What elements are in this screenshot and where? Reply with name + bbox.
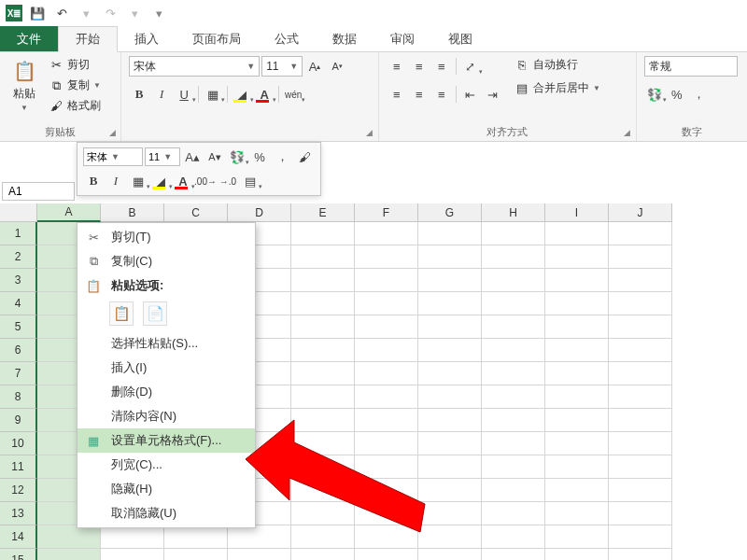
mini-borders[interactable]: ▦▾ — [128, 171, 148, 191]
cell[interactable] — [418, 292, 482, 315]
fill-color-button[interactable]: ◢▾ — [232, 84, 252, 105]
cell[interactable] — [291, 409, 355, 432]
column-header[interactable]: H — [482, 203, 545, 222]
cell[interactable] — [164, 549, 228, 560]
row-header[interactable]: 15 — [0, 549, 37, 560]
context-unhide[interactable]: 取消隐藏(U) — [78, 501, 255, 525]
cell[interactable] — [291, 292, 355, 315]
cut-button[interactable]: ✂剪切 — [47, 56, 103, 74]
cell[interactable] — [609, 269, 672, 292]
mini-accounting[interactable]: 💱▾ — [227, 147, 247, 167]
cell[interactable] — [609, 432, 672, 455]
row-header[interactable]: 11 — [0, 455, 37, 479]
cell[interactable] — [545, 222, 609, 245]
cell[interactable] — [482, 339, 545, 362]
cell[interactable] — [418, 245, 482, 269]
cell[interactable] — [291, 479, 355, 502]
mini-fill-color[interactable]: ◢▾ — [150, 171, 171, 191]
cell[interactable] — [418, 502, 482, 525]
cell[interactable] — [418, 315, 482, 339]
cell[interactable] — [482, 245, 545, 269]
cell[interactable] — [482, 222, 545, 245]
cell[interactable] — [609, 549, 672, 560]
cell[interactable] — [355, 362, 418, 385]
context-cut[interactable]: ✂剪切(T) — [78, 225, 255, 249]
cell[interactable] — [482, 292, 545, 315]
tab-formulas[interactable]: 公式 — [258, 26, 316, 51]
cell[interactable] — [291, 362, 355, 385]
copy-button[interactable]: ⧉复制▼ — [47, 77, 103, 94]
tab-review[interactable]: 审阅 — [374, 26, 431, 51]
cell[interactable] — [355, 502, 418, 525]
row-header[interactable]: 2 — [0, 245, 37, 269]
align-top-button[interactable]: ≡ — [387, 56, 407, 77]
bold-button[interactable]: B — [129, 84, 149, 105]
cell[interactable] — [609, 479, 672, 502]
cell[interactable] — [545, 479, 609, 502]
mini-italic[interactable]: I — [106, 171, 126, 191]
row-header[interactable]: 10 — [0, 432, 37, 455]
cell[interactable] — [228, 525, 291, 549]
qat-customize-dropdown[interactable]: ▾ — [149, 4, 168, 22]
decrease-font-button[interactable]: A▾ — [327, 56, 347, 77]
cell[interactable] — [355, 245, 418, 269]
column-header[interactable]: A — [37, 203, 101, 222]
cell[interactable] — [545, 549, 609, 560]
paste-option-values[interactable]: 📄 — [143, 301, 167, 326]
mini-increase-font[interactable]: A▴ — [182, 147, 203, 167]
cell[interactable] — [291, 339, 355, 362]
font-name-combo[interactable]: 宋体▼ — [129, 56, 260, 77]
align-left-button[interactable]: ≡ — [387, 84, 407, 105]
cell[interactable] — [482, 385, 545, 409]
tab-home[interactable]: 开始 — [58, 26, 118, 52]
cell[interactable] — [291, 525, 355, 549]
mini-percent[interactable]: % — [249, 147, 270, 167]
cell[interactable] — [291, 222, 355, 245]
merge-center-button[interactable]: ▤合并后居中▼ — [513, 79, 602, 97]
cell[interactable] — [545, 269, 609, 292]
borders-button[interactable]: ▦▾ — [203, 84, 223, 105]
align-bottom-button[interactable]: ≡ — [431, 56, 452, 77]
row-header[interactable]: 4 — [0, 292, 37, 315]
cell[interactable] — [609, 385, 672, 409]
mini-comma[interactable]: ， — [272, 147, 292, 167]
cell[interactable] — [482, 502, 545, 525]
cell[interactable] — [291, 432, 355, 455]
font-size-combo[interactable]: 11▼ — [261, 56, 303, 77]
row-header[interactable]: 6 — [0, 339, 37, 362]
cell[interactable] — [355, 525, 418, 549]
align-middle-button[interactable]: ≡ — [409, 56, 430, 77]
cell[interactable] — [291, 455, 355, 479]
font-color-button[interactable]: A▾ — [254, 84, 275, 105]
cell[interactable] — [101, 549, 164, 560]
mini-increase-decimal[interactable]: .00→ — [195, 171, 216, 191]
cell[interactable] — [482, 409, 545, 432]
mini-font-name[interactable]: 宋体▼ — [83, 147, 143, 166]
accounting-format-button[interactable]: 💱▾ — [644, 84, 665, 105]
mini-format-painter[interactable]: 🖌 — [294, 147, 315, 167]
context-delete[interactable]: 删除(D) — [78, 380, 255, 404]
increase-indent-button[interactable]: ⇥ — [483, 84, 503, 105]
orientation-button[interactable]: ⤢▾ — [460, 56, 481, 77]
mini-font-size[interactable]: 11▼ — [145, 147, 180, 166]
paste-option-default[interactable]: 📋 — [109, 301, 134, 326]
cell[interactable] — [482, 362, 545, 385]
context-format-cells[interactable]: ▦设置单元格格式(F)... — [78, 428, 255, 453]
cell[interactable] — [609, 245, 672, 269]
cell[interactable] — [355, 339, 418, 362]
cell[interactable] — [355, 432, 418, 455]
cell[interactable] — [609, 362, 672, 385]
wrap-text-button[interactable]: ⎘自动换行 — [513, 56, 602, 74]
increase-font-button[interactable]: A▴ — [304, 56, 325, 77]
cell[interactable] — [545, 525, 609, 549]
cell[interactable] — [545, 502, 609, 525]
mini-bold[interactable]: B — [83, 171, 104, 191]
tab-data[interactable]: 数据 — [316, 26, 374, 51]
italic-button[interactable]: I — [151, 84, 172, 105]
tab-insert[interactable]: 插入 — [118, 26, 176, 51]
column-header[interactable]: J — [609, 203, 672, 222]
redo-button[interactable]: ↷ — [101, 4, 120, 22]
cell[interactable] — [482, 525, 545, 549]
font-launcher[interactable]: ◢ — [364, 127, 375, 138]
underline-button[interactable]: U▾ — [174, 84, 194, 105]
